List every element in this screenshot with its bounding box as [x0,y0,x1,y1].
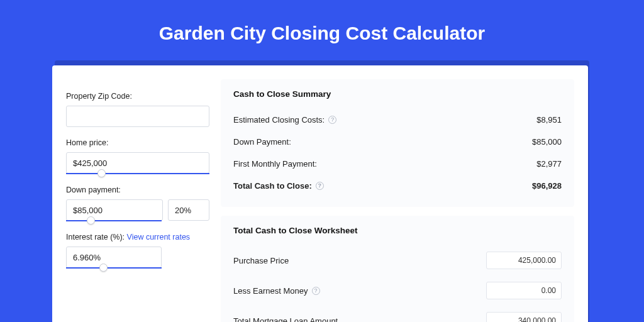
interest-input[interactable] [66,247,162,268]
summary-row-closing-costs: Estimated Closing Costs: ? $8,951 [233,109,562,131]
inputs-column: Property Zip Code: Home price: Down paym… [66,79,209,322]
card-shadow: Property Zip Code: Home price: Down paym… [55,60,589,322]
zip-label: Property Zip Code: [66,92,209,101]
help-icon[interactable]: ? [316,182,324,190]
home-price-input[interactable] [66,152,209,174]
worksheet-row-mortgage: Total Mortgage Loan Amount [233,306,562,322]
page-title: Garden City Closing Cost Calculator [159,23,485,44]
summary-value-closing-costs: $8,951 [536,115,562,125]
summary-value-total: $96,928 [532,181,562,191]
down-payment-amount-input[interactable] [66,199,163,221]
summary-panel: Cash to Close Summary Estimated Closing … [221,79,574,207]
worksheet-label-earnest: Less Earnest Money [233,286,308,296]
zip-group: Property Zip Code: [66,92,209,127]
down-payment-slider-thumb[interactable] [87,216,95,225]
worksheet-row-earnest: Less Earnest Money ? [233,275,562,306]
worksheet-input-earnest[interactable] [486,282,562,299]
view-rates-link[interactable]: View current rates [127,233,191,242]
home-price-label: Home price: [66,138,209,147]
summary-title: Cash to Close Summary [233,89,562,99]
summary-label-down-payment: Down Payment: [233,137,291,147]
worksheet-row-purchase: Purchase Price [233,245,562,275]
summary-row-first-payment: First Monthly Payment: $2,977 [233,153,562,175]
summary-row-total: Total Cash to Close: ? $96,928 [233,175,562,197]
summary-value-first-payment: $2,977 [536,159,562,169]
summary-label-closing-costs: Estimated Closing Costs: [233,115,325,125]
help-icon[interactable]: ? [328,116,336,124]
help-icon[interactable]: ? [312,287,320,295]
down-payment-slider[interactable] [66,220,162,221]
worksheet-title: Total Cash to Close Worksheet [233,226,562,235]
worksheet-panel: Total Cash to Close Worksheet Purchase P… [221,216,574,322]
summary-value-down-payment: $85,000 [532,137,562,147]
down-payment-label: Down payment: [66,186,209,194]
worksheet-label-mortgage: Total Mortgage Loan Amount [233,316,338,323]
calculator-card: Property Zip Code: Home price: Down paym… [52,65,588,322]
home-price-slider-thumb[interactable] [97,169,106,177]
interest-label: Interest rate (%): [66,233,125,242]
down-payment-group: Down payment: [66,186,209,221]
zip-input[interactable] [66,106,209,127]
down-payment-pct-input[interactable] [168,199,209,221]
worksheet-input-mortgage[interactable] [486,312,562,322]
interest-slider[interactable] [66,267,162,269]
worksheet-label-purchase: Purchase Price [233,256,289,265]
worksheet-input-purchase[interactable] [486,252,562,269]
home-price-group: Home price: [66,138,209,174]
summary-row-down-payment: Down Payment: $85,000 [233,131,562,153]
home-price-slider[interactable] [66,173,209,174]
results-column: Cash to Close Summary Estimated Closing … [221,79,574,322]
summary-label-total: Total Cash to Close: [233,181,312,191]
interest-group: Interest rate (%): View current rates [66,233,209,269]
interest-slider-thumb[interactable] [99,264,108,272]
interest-label-row: Interest rate (%): View current rates [66,233,209,242]
summary-label-first-payment: First Monthly Payment: [233,159,317,169]
